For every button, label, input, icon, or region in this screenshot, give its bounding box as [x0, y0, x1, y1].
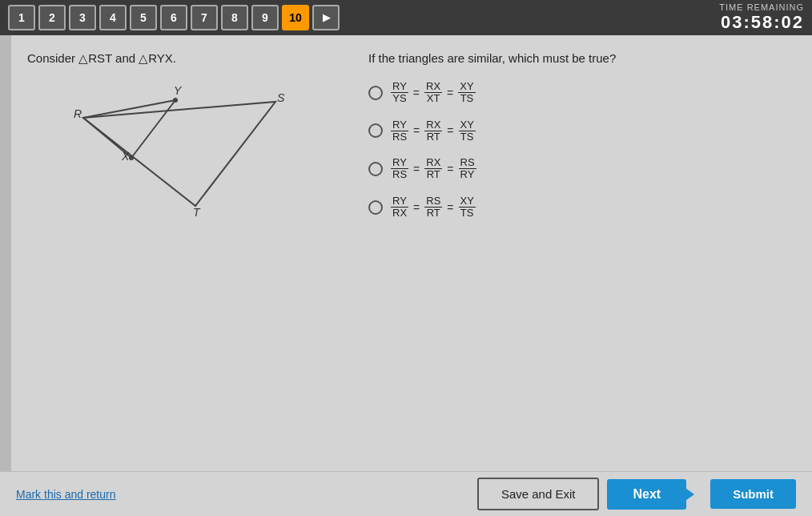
fraction-group-1: RY YS = RX XT = XY TS: [391, 81, 476, 105]
q-btn-5[interactable]: 5: [130, 5, 157, 30]
svg-line-2: [131, 100, 175, 158]
option-1[interactable]: RY YS = RX XT = XY TS: [368, 81, 796, 105]
svg-text:S: S: [277, 91, 285, 104]
radio-1[interactable]: [368, 86, 383, 100]
q-btn-7[interactable]: 7: [191, 5, 218, 30]
radio-4[interactable]: [368, 200, 383, 215]
submit-button[interactable]: Submit: [710, 479, 796, 509]
problem-title: Consider △RST and △RYX.: [27, 51, 336, 66]
question-text: If the triangles are similar, which must…: [368, 51, 796, 65]
triangle-diagram: R Y S X T: [27, 74, 299, 234]
option-2[interactable]: RY RS = RX RT = XY TS: [368, 119, 796, 143]
svg-marker-0: [83, 102, 275, 206]
fraction-group-4: RY RX = RS RT = XY TS: [391, 196, 476, 220]
fraction-2-2: RX RT: [424, 119, 442, 143]
fraction-4-2: RS RT: [424, 196, 442, 220]
left-accent: [0, 35, 11, 471]
save-exit-button[interactable]: Save and Exit: [477, 478, 600, 510]
fraction-1-2: RX XT: [424, 81, 442, 105]
option-3[interactable]: RY RS = RX RT = RS RY: [368, 157, 796, 181]
fraction-1-1: RY YS: [391, 81, 408, 105]
question-nav: 1 2 3 4 5 6 7 8 9 10 ▶: [8, 5, 340, 30]
fraction-3-2: RX RT: [424, 157, 442, 181]
mark-return-button[interactable]: Mark this and return: [16, 488, 116, 501]
q-btn-3[interactable]: 3: [69, 5, 96, 30]
fraction-2-1: RY RS: [391, 119, 408, 143]
svg-text:X: X: [121, 150, 130, 163]
q-btn-9[interactable]: 9: [251, 5, 279, 30]
q-btn-4[interactable]: 4: [99, 5, 127, 30]
fraction-1-3: XY TS: [458, 81, 475, 105]
fraction-2-3: XY TS: [459, 119, 476, 143]
svg-text:R: R: [74, 107, 82, 120]
fraction-3-1: RY RS: [391, 157, 408, 181]
svg-point-9: [173, 98, 178, 103]
time-value: 03:58:02: [719, 12, 804, 33]
left-panel: Consider △RST and △RYX. R Y S X T: [16, 51, 336, 455]
q-btn-8[interactable]: 8: [221, 5, 248, 30]
q-btn-2[interactable]: 2: [38, 5, 66, 30]
fraction-4-3: XY TS: [459, 196, 476, 220]
radio-3[interactable]: [368, 162, 383, 176]
svg-point-10: [129, 155, 134, 160]
fraction-4-1: RY RX: [391, 196, 408, 220]
svg-line-1: [83, 100, 175, 118]
radio-2[interactable]: [368, 123, 383, 138]
bottom-bar: Mark this and return Save and Exit Next …: [0, 471, 812, 516]
fraction-group-3: RY RS = RX RT = RS RY: [391, 157, 476, 181]
q-btn-arrow[interactable]: ▶: [312, 5, 340, 30]
q-btn-10[interactable]: 10: [282, 5, 309, 30]
main-content: Consider △RST and △RYX. R Y S X T: [0, 35, 812, 471]
q-btn-6[interactable]: 6: [160, 5, 187, 30]
time-remaining-label: TIME REMAINING: [719, 2, 804, 12]
right-panel: If the triangles are similar, which must…: [336, 51, 796, 455]
fraction-3-3: RS RY: [459, 157, 476, 181]
timer: TIME REMAINING 03:58:02: [719, 2, 804, 33]
bottom-right-buttons: Save and Exit Next Submit: [477, 478, 796, 510]
top-bar: 1 2 3 4 5 6 7 8 9 10 ▶ TIME REMAINING 03…: [0, 0, 812, 35]
svg-text:T: T: [193, 206, 201, 219]
next-button[interactable]: Next: [607, 479, 686, 510]
option-4[interactable]: RY RX = RS RT = XY TS: [368, 196, 796, 220]
svg-text:Y: Y: [174, 84, 183, 97]
options-list: RY YS = RX XT = XY TS: [368, 81, 796, 219]
q-btn-1[interactable]: 1: [8, 5, 35, 30]
fraction-group-2: RY RS = RX RT = XY TS: [391, 119, 476, 143]
